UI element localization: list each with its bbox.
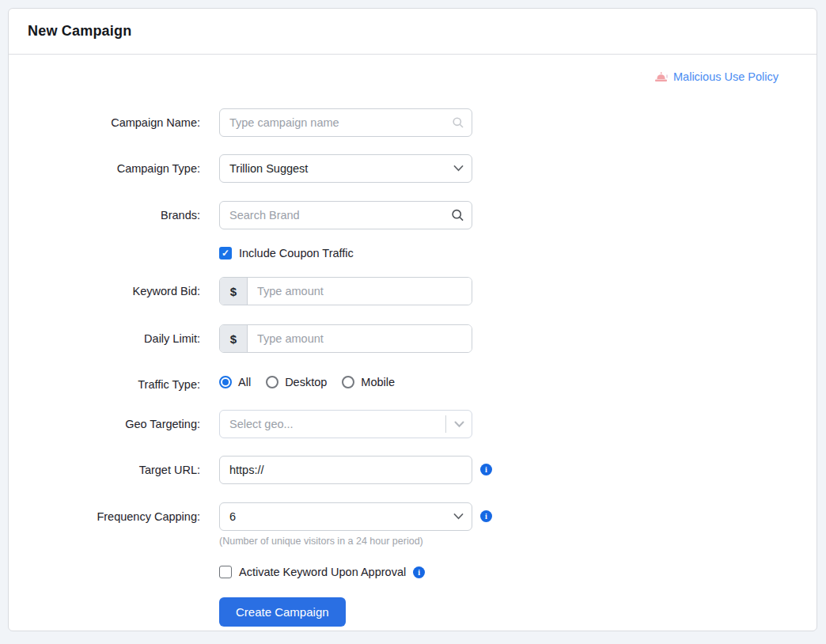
campaign-type-select[interactable]: Trillion Suggest (219, 154, 472, 183)
siren-icon (654, 71, 668, 83)
include-coupon-checkbox[interactable]: ✓ (219, 247, 232, 259)
campaign-type-row: Campaign Type: Trillion Suggest (9, 154, 817, 183)
radio-unselected-icon (266, 376, 278, 388)
activate-keyword-label: Activate Keyword Upon Approval (239, 566, 406, 578)
frequency-capping-select[interactable]: 6 (219, 502, 472, 531)
chevron-down-icon (446, 421, 472, 428)
traffic-type-radio-all[interactable]: All (219, 376, 251, 388)
frequency-capping-row: Frequency Capping: 6 (Number of unique v… (9, 502, 817, 547)
target-url-input[interactable] (219, 456, 472, 484)
geo-placeholder: Select geo... (220, 418, 445, 430)
daily-limit-input[interactable] (248, 325, 472, 352)
card-header: New Campaign (9, 9, 817, 55)
traffic-type-row: Traffic Type: All Desktop Mobile (9, 370, 817, 392)
malicious-use-policy-link[interactable]: Malicious Use Policy (654, 69, 779, 85)
radio-selected-icon (219, 376, 232, 388)
currency-prefix: $ (220, 325, 248, 352)
activate-keyword-checkbox[interactable] (219, 566, 232, 578)
activate-keyword-row: Activate Keyword Upon Approval i (219, 566, 817, 578)
frequency-capping-label: Frequency Capping: (9, 502, 200, 531)
new-campaign-form: Campaign Name: Campaign Type: Trillion S… (9, 108, 817, 627)
radio-unselected-icon (342, 376, 354, 388)
geo-targeting-select[interactable]: Select geo... (219, 410, 472, 438)
create-campaign-button[interactable]: Create Campaign (219, 597, 346, 627)
campaign-name-input[interactable] (219, 108, 472, 137)
daily-limit-row: Daily Limit: $ (9, 324, 817, 353)
geo-targeting-row: Geo Targeting: Select geo... (9, 410, 817, 438)
traffic-type-radio-desktop[interactable]: Desktop (266, 376, 327, 388)
traffic-type-radio-mobile[interactable]: Mobile (342, 376, 395, 388)
new-campaign-card: New Campaign Malicious Use Policy Campa (8, 8, 817, 631)
page-title: New Campaign (28, 23, 131, 40)
target-url-row: Target URL: i (9, 456, 817, 484)
info-icon[interactable]: i (480, 464, 492, 475)
brand-search-input[interactable] (219, 201, 472, 229)
daily-limit-label: Daily Limit: (9, 324, 200, 353)
target-url-label: Target URL: (9, 456, 200, 484)
search-icon[interactable] (451, 209, 464, 222)
campaign-name-label: Campaign Name: (9, 108, 200, 137)
search-icon (452, 116, 464, 129)
info-icon[interactable]: i (480, 510, 492, 522)
info-icon[interactable]: i (413, 566, 425, 578)
keyword-bid-input[interactable] (248, 278, 472, 305)
card-body: Malicious Use Policy Campaign Name: C (9, 55, 817, 627)
brands-label: Brands: (9, 201, 200, 229)
currency-prefix: $ (220, 278, 248, 305)
keyword-bid-row: Keyword Bid: $ (9, 277, 817, 305)
policy-link-label: Malicious Use Policy (673, 70, 779, 83)
policy-row: Malicious Use Policy (9, 69, 817, 85)
geo-targeting-label: Geo Targeting: (9, 410, 200, 438)
include-coupon-row: ✓ Include Coupon Traffic (219, 247, 817, 259)
traffic-type-label: Traffic Type: (9, 377, 200, 392)
keyword-bid-label: Keyword Bid: (9, 277, 200, 305)
include-coupon-label: Include Coupon Traffic (239, 247, 354, 259)
brands-row: Brands: (9, 201, 817, 229)
frequency-capping-helper: (Number of unique visitors in a 24 hour … (219, 536, 472, 547)
campaign-type-label: Campaign Type: (9, 154, 200, 183)
campaign-name-row: Campaign Name: (9, 108, 817, 137)
